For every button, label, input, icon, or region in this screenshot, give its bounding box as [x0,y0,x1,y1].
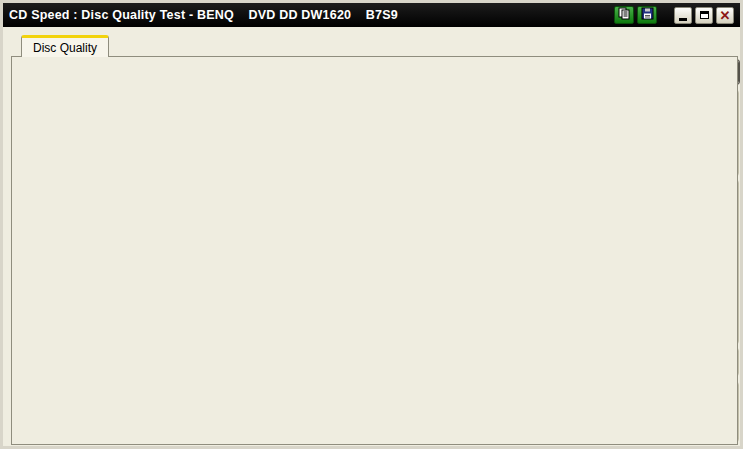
titlebar[interactable]: CD Speed : Disc Quality Test - BENQ DVD … [3,3,740,27]
close-button[interactable]: ✕ [716,7,734,24]
tab-label: Disc Quality [33,41,97,55]
copy-to-clipboard-button[interactable] [614,6,634,24]
close-icon: ✕ [720,9,731,22]
maximize-icon [700,11,709,19]
tab-disc-quality[interactable]: Disc Quality [21,35,109,57]
window-title: CD Speed : Disc Quality Test - BENQ DVD … [9,8,611,22]
minimize-icon [679,18,687,21]
floppy-disk-icon [641,7,654,23]
maximize-button[interactable] [695,7,713,24]
save-button[interactable] [637,6,657,24]
tab-page [11,56,738,445]
minimize-button[interactable] [674,7,692,24]
clipboard-icon [618,7,631,23]
app-window: CD Speed : Disc Quality Test - BENQ DVD … [0,0,743,449]
